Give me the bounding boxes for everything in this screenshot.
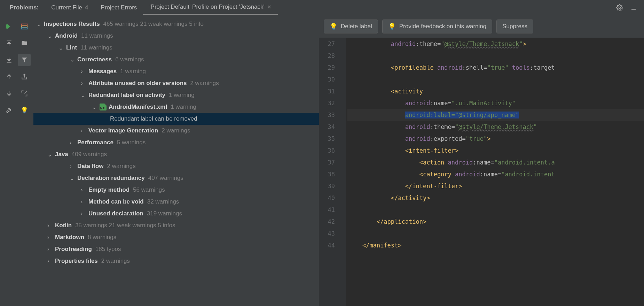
expand-icon[interactable] [3, 37, 15, 49]
group-icon[interactable] [18, 20, 31, 33]
tree-void[interactable]: › Method can be void 32 warnings [33, 196, 319, 208]
problems-header: Problems: Current File 4 Project Errors … [0, 0, 644, 15]
collapse-icon[interactable] [3, 54, 15, 66]
svg-rect-3 [22, 26, 28, 27]
tab-label: Project Errors [101, 4, 137, 11]
open-icon[interactable] [18, 87, 31, 100]
tree-manifest[interactable]: ⌄ MF AndroidManifest.xml 1 warning [33, 101, 319, 113]
tree-kotlin[interactable]: › Kotlin 35 warnings 21 weak warnings 5 … [33, 220, 319, 231]
chevron-down-icon[interactable]: ⌄ [58, 44, 65, 52]
tree-props[interactable]: › Properties files 2 warnings [33, 255, 319, 267]
tab-profile[interactable]: 'Project Default' Profile on Project 'Je… [143, 0, 277, 15]
svg-rect-2 [22, 24, 28, 25]
line-gutter: 272829303132333435363738394041424344 [319, 38, 340, 306]
chevron-right-icon[interactable]: › [81, 80, 87, 87]
inspections-tree[interactable]: ⌄ Inspections Results 465 warnings 21 we… [33, 15, 319, 306]
chevron-down-icon[interactable]: ⌄ [92, 104, 98, 111]
tree-vector[interactable]: › Vector Image Generation 2 warnings [33, 125, 319, 137]
chevron-right-icon[interactable]: › [70, 163, 76, 170]
quickfix-actions: 💡 Delete label 💡 Provide feedback on thi… [319, 15, 644, 38]
svg-point-0 [619, 7, 621, 8]
tree-redundant-label[interactable]: ⌄ Redundant label on activity 1 warning [33, 89, 319, 101]
chevron-right-icon[interactable]: › [81, 186, 87, 193]
chevron-right-icon[interactable]: › [81, 210, 87, 217]
tree-java[interactable]: ⌄ Java 409 warnings [33, 148, 319, 160]
chevron-down-icon[interactable]: ⌄ [47, 151, 54, 158]
filter-icon[interactable] [18, 54, 31, 66]
export-icon[interactable] [18, 70, 31, 83]
bulb-icon[interactable]: 💡 [18, 104, 31, 116]
wrench-icon[interactable] [3, 104, 15, 116]
delete-label-button[interactable]: 💡 Delete label [324, 20, 378, 33]
rerun-icon[interactable] [3, 20, 15, 33]
tree-performance[interactable]: › Performance 5 warnings [33, 137, 319, 148]
tree-decl-red[interactable]: ⌄ Declaration redundancy 407 warnings [33, 172, 319, 184]
tree-correctness[interactable]: ⌄ Correctness 6 warnings [33, 54, 319, 66]
tree-android[interactable]: ⌄ Android 11 warnings [33, 30, 319, 42]
tree-empty[interactable]: › Empty method 56 warnings [33, 184, 319, 196]
chevron-down-icon[interactable]: ⌄ [70, 56, 76, 63]
tab-count: 4 [85, 4, 88, 11]
chevron-down-icon[interactable]: ⌄ [47, 32, 54, 40]
gutter-margin [340, 38, 346, 306]
tree-markdown[interactable]: › Markdown 8 warnings [33, 231, 319, 243]
tree-attr-unused[interactable]: › Attribute unused on older versions 2 w… [33, 77, 319, 89]
chevron-right-icon[interactable]: › [70, 139, 76, 146]
chevron-down-icon[interactable]: ⌄ [36, 21, 42, 28]
minimize-icon[interactable] [629, 3, 638, 12]
editor-area: 💡 Delete label 💡 Provide feedback on thi… [319, 15, 644, 306]
tree-messages[interactable]: › Messages 1 warning [33, 66, 319, 77]
tree-unused[interactable]: › Unused declaration 319 warnings [33, 208, 319, 220]
chevron-right-icon[interactable]: › [81, 68, 87, 75]
prev-icon[interactable] [3, 70, 15, 83]
gear-icon[interactable] [615, 3, 624, 12]
bulb-icon: 💡 [388, 23, 396, 30]
code-editor[interactable]: 272829303132333435363738394041424344 and… [319, 38, 644, 306]
chevron-down-icon[interactable]: ⌄ [70, 175, 76, 182]
close-icon[interactable]: ✕ [267, 4, 272, 10]
next-icon[interactable] [3, 87, 15, 100]
tree-proof[interactable]: › Proofreading 185 typos [33, 243, 319, 255]
folder-icon[interactable] [18, 37, 31, 49]
chevron-right-icon[interactable]: › [47, 258, 54, 265]
tab-label: 'Project Default' Profile on Project 'Je… [149, 3, 264, 10]
chevron-right-icon[interactable]: › [47, 222, 54, 229]
chevron-right-icon[interactable]: › [81, 198, 87, 205]
suppress-button[interactable]: Suppress [496, 20, 533, 33]
tree-lint[interactable]: ⌄ Lint 11 warnings [33, 42, 319, 54]
svg-rect-4 [22, 28, 28, 29]
bulb-icon: 💡 [330, 23, 337, 30]
feedback-button[interactable]: 💡 Provide feedback on this warning [382, 20, 492, 33]
tab-current-file[interactable]: Current File 4 [45, 1, 94, 15]
problems-title: Problems: [3, 1, 45, 15]
chevron-down-icon[interactable]: ⌄ [81, 92, 87, 99]
manifest-file-icon: MF [100, 104, 107, 110]
tab-label: Current File [51, 4, 82, 11]
chevron-right-icon[interactable]: › [47, 234, 54, 241]
chevron-right-icon[interactable]: › [81, 127, 87, 134]
left-toolbar: 💡 [0, 15, 33, 306]
tree-root[interactable]: ⌄ Inspections Results 465 warnings 21 we… [33, 18, 319, 30]
chevron-right-icon[interactable]: › [47, 246, 54, 253]
code-content[interactable]: android:theme="@style/Theme.Jetsnack"> <… [346, 38, 644, 306]
tree-redundant-msg[interactable]: Redundant label can be removed [33, 113, 319, 125]
tab-project-errors[interactable]: Project Errors [94, 1, 143, 15]
tree-dataflow[interactable]: › Data flow 2 warnings [33, 160, 319, 172]
